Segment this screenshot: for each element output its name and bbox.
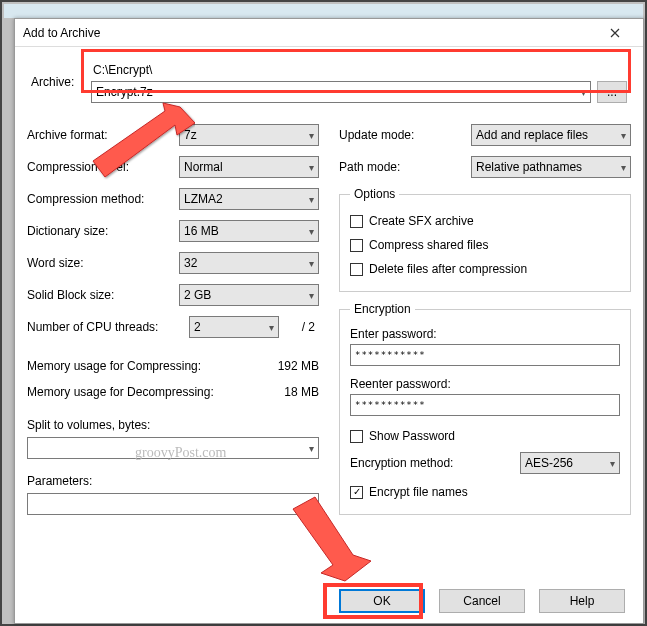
chevron-down-icon: ▾ (269, 322, 274, 333)
mem-compress-label: Memory usage for Compressing: (27, 359, 259, 373)
window-title: Add to Archive (23, 26, 595, 40)
cancel-button[interactable]: Cancel (439, 589, 525, 613)
chevron-down-icon: ▾ (621, 130, 626, 141)
threads-label: Number of CPU threads: (27, 320, 189, 334)
chevron-down-icon: ▾ (309, 258, 314, 269)
left-column: Archive format: 7z▾ Compression level: N… (27, 119, 319, 515)
show-password-label: Show Password (369, 429, 455, 443)
pathmode-select[interactable]: Relative pathnames▾ (471, 156, 631, 178)
params-input[interactable] (27, 493, 319, 515)
sfx-checkbox[interactable] (350, 215, 363, 228)
update-select[interactable]: Add and replace files▾ (471, 124, 631, 146)
titlebar: Add to Archive (15, 19, 643, 47)
threads-total: / 2 (279, 320, 319, 334)
reenter-password-label: Reenter password: (350, 374, 620, 394)
mem-decompress-label: Memory usage for Decompressing: (27, 385, 259, 399)
level-select[interactable]: Normal▾ (179, 156, 319, 178)
delete-checkbox[interactable] (350, 263, 363, 276)
archive-path: C:\Encrypt\ (91, 61, 627, 79)
add-to-archive-dialog: Add to Archive Archive: C:\Encrypt\ Encr… (14, 18, 644, 624)
chevron-down-icon: ▾ (581, 87, 586, 98)
method-select[interactable]: LZMA2▾ (179, 188, 319, 210)
shared-label: Compress shared files (369, 238, 488, 252)
word-label: Word size: (27, 256, 179, 270)
update-label: Update mode: (339, 128, 471, 142)
help-button[interactable]: Help (539, 589, 625, 613)
shared-checkbox[interactable] (350, 239, 363, 252)
mem-compress-value: 192 MB (259, 359, 319, 373)
block-select[interactable]: 2 GB▾ (179, 284, 319, 306)
params-label: Parameters: (27, 469, 319, 493)
enc-method-select[interactable]: AES-256▾ (520, 452, 620, 474)
word-select[interactable]: 32▾ (179, 252, 319, 274)
close-icon (610, 28, 620, 38)
reenter-password-input[interactable] (350, 394, 620, 416)
chevron-down-icon: ▾ (309, 290, 314, 301)
dict-select[interactable]: 16 MB▾ (179, 220, 319, 242)
threads-select[interactable]: 2▾ (189, 316, 279, 338)
archive-label: Archive: (31, 61, 83, 89)
format-select[interactable]: 7z▾ (179, 124, 319, 146)
browse-button[interactable]: ... (597, 81, 627, 103)
encrypt-names-label: Encrypt file names (369, 485, 468, 499)
split-select[interactable]: ▾ (27, 437, 319, 459)
encryption-legend: Encryption (350, 302, 415, 316)
dict-label: Dictionary size: (27, 224, 179, 238)
format-label: Archive format: (27, 128, 179, 142)
enter-password-input[interactable] (350, 344, 620, 366)
ok-button[interactable]: OK (339, 589, 425, 613)
enc-method-label: Encryption method: (350, 456, 510, 470)
show-password-checkbox[interactable] (350, 430, 363, 443)
right-column: Update mode: Add and replace files▾ Path… (339, 119, 631, 515)
split-label: Split to volumes, bytes: (27, 413, 319, 437)
archive-filename-combo[interactable]: Encrypt.7z ▾ (91, 81, 591, 103)
chevron-down-icon: ▾ (309, 194, 314, 205)
enter-password-label: Enter password: (350, 324, 620, 344)
chevron-down-icon: ▾ (309, 130, 314, 141)
sfx-label: Create SFX archive (369, 214, 474, 228)
chevron-down-icon: ▾ (610, 458, 615, 469)
close-button[interactable] (595, 19, 635, 47)
chevron-down-icon: ▾ (309, 162, 314, 173)
encrypt-names-checkbox[interactable]: ✓ (350, 486, 363, 499)
options-legend: Options (350, 187, 399, 201)
pathmode-label: Path mode: (339, 160, 471, 174)
chevron-down-icon: ▾ (309, 226, 314, 237)
options-group: Options Create SFX archive Compress shar… (339, 187, 631, 292)
archive-filename: Encrypt.7z (96, 85, 153, 99)
level-label: Compression level: (27, 160, 179, 174)
chevron-down-icon: ▾ (621, 162, 626, 173)
block-label: Solid Block size: (27, 288, 179, 302)
encryption-group: Encryption Enter password: Reenter passw… (339, 302, 631, 515)
chevron-down-icon: ▾ (309, 443, 314, 454)
method-label: Compression method: (27, 192, 179, 206)
footer-buttons: OK Cancel Help (339, 589, 625, 613)
delete-label: Delete files after compression (369, 262, 527, 276)
mem-decompress-value: 18 MB (259, 385, 319, 399)
